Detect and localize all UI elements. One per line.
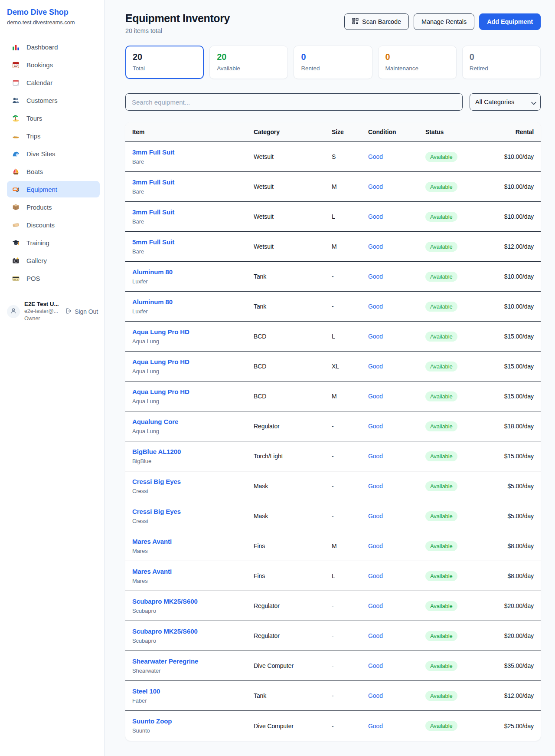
status-cell: Available [425,631,477,641]
condition-link[interactable]: Good [368,662,425,669]
sidebar-item-label: Gallery [26,257,47,264]
stat-card-maintenance[interactable]: 0 Maintenance [378,46,457,79]
item-name-link[interactable]: Mares Avanti [132,537,172,546]
sidebar-item-pos[interactable]: POS [7,270,100,286]
item-brand: Luxfer [132,308,254,316]
item-cell: 3mm Full Suit Bare [132,178,254,196]
item-name-link[interactable]: 3mm Full Suit [132,148,174,157]
item-name-link[interactable]: Scubapro MK25/S600 [132,627,198,636]
island-icon [12,115,20,122]
status-badge: Available [425,272,457,282]
condition-link[interactable]: Good [368,542,425,549]
size-cell: M [332,542,368,549]
sidebar-item-calendar[interactable]: Calendar [7,74,100,91]
sign-out-icon [65,308,72,316]
condition-link[interactable]: Good [368,243,425,250]
status-badge: Available [425,391,457,401]
status-cell: Available [425,421,477,431]
item-name-link[interactable]: Steel 100 [132,687,160,696]
item-cell: Mares Avanti Mares [132,537,254,555]
size-cell: L [332,213,368,220]
status-cell: Available [425,721,477,731]
stat-label: Retired [470,65,533,72]
condition-link[interactable]: Good [368,153,425,160]
status-badge: Available [425,212,457,222]
stat-card-available[interactable]: 20 Available [209,46,288,79]
stat-card-retired[interactable]: 0 Retired [462,46,541,79]
item-name-link[interactable]: Aqualung Core [132,417,178,426]
item-name-link[interactable]: Cressi Big Eyes [132,507,181,516]
condition-link[interactable]: Good [368,513,425,519]
calendar-date-icon: 17 [12,61,20,69]
item-name-link[interactable]: 3mm Full Suit [132,178,174,187]
condition-link[interactable]: Good [368,333,425,340]
condition-link[interactable]: Good [368,393,425,400]
condition-link[interactable]: Good [368,273,425,280]
filter-row: All Categories [125,93,541,111]
table-row: Steel 100 Faber Tank - Good Available $1… [125,681,541,711]
manage-rentals-button[interactable]: Manage Rentals [414,13,474,30]
item-name-link[interactable]: Cressi Big Eyes [132,477,181,486]
item-name-link[interactable]: Mares Avanti [132,567,172,576]
condition-link[interactable]: Good [368,692,425,699]
sidebar-item-gallery[interactable]: Gallery [7,252,100,269]
category-cell: Wetsuit [254,153,332,160]
condition-link[interactable]: Good [368,303,425,310]
sidebar-item-label: Trips [26,132,40,140]
item-name-link[interactable]: Aqua Lung Pro HD [132,328,189,336]
stat-card-total[interactable]: 20 Total [125,46,204,79]
search-input[interactable] [125,93,463,111]
category-cell: Regulator [254,632,332,639]
item-name-link[interactable]: Aluminum 80 [132,298,173,306]
sidebar-item-bookings[interactable]: 17 Bookings [7,56,100,73]
sidebar-item-boats[interactable]: Boats [7,163,100,180]
condition-link[interactable]: Good [368,602,425,609]
rental-rate: $20.00/day [477,602,534,609]
item-cell: Shearwater Peregrine Shearwater [132,657,254,675]
condition-link[interactable]: Good [368,423,425,430]
sidebar-item-dive-sites[interactable]: Dive Sites [7,145,100,162]
stat-card-rented[interactable]: 0 Rented [294,46,372,79]
condition-link[interactable]: Good [368,483,425,490]
item-name-link[interactable]: BigBlue AL1200 [132,447,181,456]
status-badge: Available [425,182,457,192]
condition-link[interactable]: Good [368,632,425,639]
rental-rate: $15.00/day [477,453,534,460]
sidebar-item-discounts[interactable]: Discounts [7,217,100,233]
item-name-link[interactable]: Scubapro MK25/S600 [132,597,198,606]
category-cell: Fins [254,572,332,579]
sidebar-item-equipment[interactable]: Equipment [7,181,100,197]
sidebar-item-products[interactable]: Products [7,199,100,215]
stat-value: 0 [470,52,533,62]
category-select[interactable]: All Categories [470,93,541,111]
item-name-link[interactable]: 3mm Full Suit [132,208,174,217]
sidebar-item-training[interactable]: Training [7,234,100,251]
table-row: 3mm Full Suit Bare Wetsuit L Good Availa… [125,202,541,232]
scan-barcode-button[interactable]: Scan Barcode [344,13,409,30]
sign-out-button[interactable]: Sign Out [65,308,98,316]
item-name-link[interactable]: Suunto Zoop [132,717,172,726]
item-name-link[interactable]: Aqua Lung Pro HD [132,358,189,366]
item-cell: Scubapro MK25/S600 Scubapro [132,627,254,645]
sidebar-item-tours[interactable]: Tours [7,110,100,126]
sidebar-item-dashboard[interactable]: Dashboard [7,39,100,55]
item-name-link[interactable]: Aqua Lung Pro HD [132,388,189,396]
category-cell: Dive Computer [254,723,332,730]
condition-link[interactable]: Good [368,572,425,579]
item-name-link[interactable]: 5mm Full Suit [132,238,174,247]
item-name-link[interactable]: Shearwater Peregrine [132,657,198,666]
sidebar-item-trips[interactable]: Trips [7,128,100,144]
condition-link[interactable]: Good [368,723,425,730]
sidebar-item-customers[interactable]: Customers [7,92,100,108]
condition-link[interactable]: Good [368,183,425,190]
condition-link[interactable]: Good [368,213,425,220]
sidebar-nav: Dashboard 17 Bookings Calendar Customers… [0,31,104,288]
item-brand: Suunto [132,727,254,735]
condition-link[interactable]: Good [368,363,425,370]
condition-link[interactable]: Good [368,453,425,460]
brand-title[interactable]: Demo Dive Shop [7,7,97,17]
add-equipment-button[interactable]: Add Equipment [479,13,541,30]
size-cell: M [332,243,368,250]
grad-cap-icon [12,239,20,247]
item-name-link[interactable]: Aluminum 80 [132,268,173,276]
